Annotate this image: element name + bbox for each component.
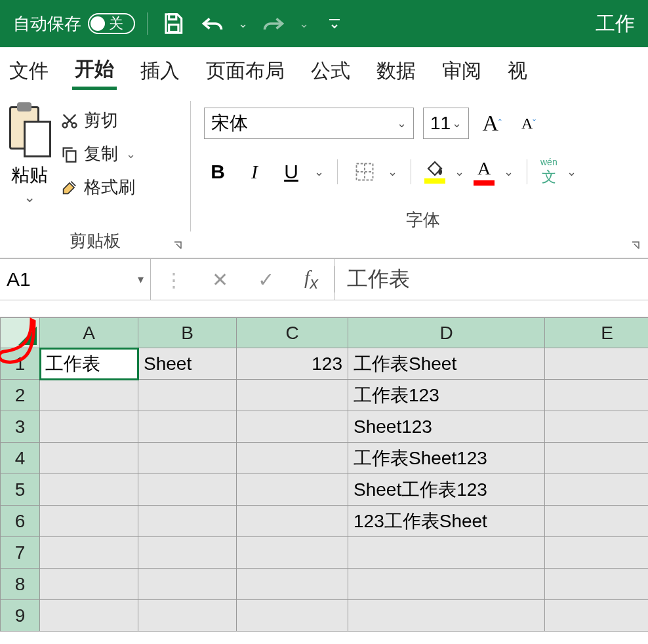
col-header-A[interactable]: A (40, 318, 138, 348)
underline-button[interactable]: U (277, 156, 305, 188)
phonetic-button[interactable]: wén 文 (540, 157, 557, 187)
font-size-select[interactable]: 11 ⌄ (423, 108, 469, 139)
cell-A6[interactable] (40, 506, 138, 537)
cell-B6[interactable] (138, 506, 237, 537)
font-launcher-icon[interactable] (628, 238, 644, 254)
cell-C6[interactable] (237, 506, 348, 537)
border-button[interactable] (351, 156, 378, 188)
tab-file[interactable]: 文件 (7, 54, 51, 89)
cell-D2[interactable]: 工作表123 (348, 380, 545, 411)
cell-A7[interactable] (40, 537, 138, 569)
row-header-6[interactable]: 6 (1, 506, 40, 537)
undo-icon[interactable] (199, 10, 226, 37)
cell-C7[interactable] (237, 537, 348, 569)
cell-D4[interactable]: 工作表Sheet123 (348, 443, 545, 474)
qat-customize-icon[interactable] (321, 10, 348, 37)
cell-E5[interactable] (545, 474, 649, 506)
cell-A4[interactable] (40, 443, 138, 474)
cell-A3[interactable] (40, 411, 138, 443)
row-header-5[interactable]: 5 (1, 474, 40, 506)
cell-A2[interactable] (40, 380, 138, 411)
cell-E9[interactable] (545, 600, 649, 632)
confirm-icon[interactable]: ✓ (243, 268, 289, 291)
cell-B4[interactable] (138, 443, 237, 474)
col-header-C[interactable]: C (237, 318, 348, 348)
cell-E1[interactable] (545, 348, 649, 380)
cell-D1[interactable]: 工作表Sheet (348, 348, 545, 380)
cell-B1[interactable]: Sheet (138, 348, 237, 380)
autosave-toggle[interactable]: 自动保存 关 (13, 12, 135, 35)
fill-chevron-icon[interactable]: ⌄ (455, 165, 464, 179)
cancel-icon[interactable]: ✕ (197, 268, 243, 291)
cell-D7[interactable] (348, 537, 545, 569)
cell-C4[interactable] (237, 443, 348, 474)
tab-insert[interactable]: 插入 (138, 54, 182, 89)
row-header-2[interactable]: 2 (1, 380, 40, 411)
fill-color-button[interactable] (424, 160, 445, 184)
cell-E7[interactable] (545, 537, 649, 569)
tab-data[interactable]: 数据 (374, 54, 418, 89)
cell-E8[interactable] (545, 569, 649, 600)
undo-chevron-icon[interactable]: ⌄ (238, 16, 248, 31)
redo-chevron-icon[interactable]: ⌄ (299, 16, 309, 31)
format-painter-button[interactable]: 格式刷 (60, 176, 136, 199)
border-chevron-icon[interactable]: ⌄ (388, 165, 397, 179)
cell-E4[interactable] (545, 443, 649, 474)
clipboard-launcher-icon[interactable] (171, 238, 186, 254)
cell-C3[interactable] (237, 411, 348, 443)
cell-C2[interactable] (237, 380, 348, 411)
toggle-switch[interactable]: 关 (88, 13, 135, 34)
copy-chevron-icon[interactable]: ⌄ (126, 147, 136, 161)
increase-font-button[interactable]: Aˆ (478, 108, 506, 139)
cell-D8[interactable] (348, 569, 545, 600)
cell-D3[interactable]: Sheet123 (348, 411, 545, 443)
tab-layout[interactable]: 页面布局 (203, 54, 287, 89)
font-color-chevron-icon[interactable]: ⌄ (504, 165, 514, 179)
tab-formulas[interactable]: 公式 (308, 54, 353, 89)
insert-function-button[interactable]: fx (289, 266, 334, 292)
cell-E6[interactable] (545, 506, 649, 537)
decrease-font-button[interactable]: Aˇ (515, 108, 542, 139)
cell-E2[interactable] (545, 380, 649, 411)
row-header-9[interactable]: 9 (1, 600, 40, 632)
cell-C5[interactable] (237, 474, 348, 506)
tab-view[interactable]: 视 (505, 54, 530, 89)
redo-icon[interactable] (260, 10, 287, 37)
formula-input[interactable]: 工作表 (334, 259, 648, 300)
cell-A5[interactable] (40, 474, 138, 506)
row-header-1[interactable]: 1 (1, 348, 40, 380)
cell-D5[interactable]: Sheet工作表123 (348, 474, 545, 506)
paste-button[interactable]: 粘贴 ⌄ (7, 100, 52, 206)
paste-chevron-icon[interactable]: ⌄ (7, 189, 52, 206)
bold-button[interactable]: B (204, 156, 232, 188)
cell-C8[interactable] (237, 569, 348, 600)
cell-D9[interactable] (348, 600, 545, 632)
tab-review[interactable]: 审阅 (439, 54, 484, 89)
spreadsheet-grid[interactable]: ABCDE1工作表Sheet123工作表Sheet2工作表1233Sheet12… (0, 317, 648, 632)
formula-split-icon[interactable]: ⋮ (151, 268, 197, 291)
cell-B2[interactable] (138, 380, 237, 411)
font-name-select[interactable]: 宋体 ⌄ (204, 108, 414, 139)
cell-B3[interactable] (138, 411, 237, 443)
row-header-4[interactable]: 4 (1, 443, 40, 474)
row-header-7[interactable]: 7 (1, 537, 40, 569)
cell-D6[interactable]: 123工作表Sheet (348, 506, 545, 537)
cell-A9[interactable] (40, 600, 138, 632)
col-header-D[interactable]: D (348, 318, 545, 348)
cell-A8[interactable] (40, 569, 138, 600)
cell-A1[interactable]: 工作表 (40, 348, 138, 380)
cell-B8[interactable] (138, 569, 237, 600)
cell-B7[interactable] (138, 537, 237, 569)
cut-button[interactable]: 剪切 (60, 109, 136, 132)
cell-C9[interactable] (237, 600, 348, 632)
phonetic-chevron-icon[interactable]: ⌄ (567, 165, 577, 179)
italic-button[interactable]: I (241, 156, 268, 188)
row-header-3[interactable]: 3 (1, 411, 40, 443)
tab-home[interactable]: 开始 (72, 52, 117, 90)
row-header-8[interactable]: 8 (1, 569, 40, 600)
cell-E3[interactable] (545, 411, 649, 443)
name-box[interactable]: A1 ▾ (0, 259, 151, 300)
save-icon[interactable] (159, 10, 187, 37)
select-all-corner[interactable] (1, 318, 40, 348)
copy-button[interactable]: 复制 ⌄ (60, 142, 136, 165)
